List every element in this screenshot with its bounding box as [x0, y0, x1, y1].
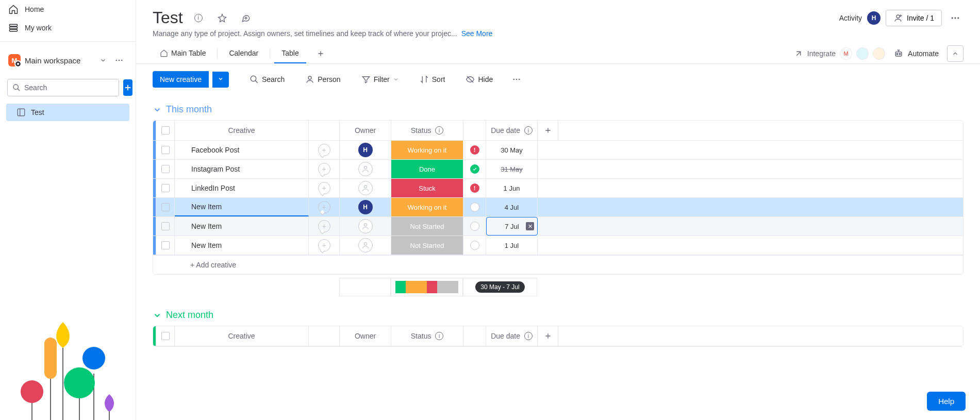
table-row[interactable]: New Item Not Started 1 Jul [153, 236, 963, 255]
owner-avatar[interactable]: H [358, 200, 373, 214]
status-cell[interactable]: Working on it [391, 141, 463, 159]
updates-button[interactable] [309, 217, 340, 236]
tab-table[interactable]: Table [274, 44, 306, 63]
new-creative-dropdown[interactable] [212, 72, 229, 88]
integration-gmail-icon[interactable]: M [840, 47, 852, 60]
due-date-cell[interactable]: 31 May [486, 160, 538, 178]
status-cell[interactable]: Working on it [391, 198, 463, 216]
add-item-row[interactable]: + Add creative [153, 255, 963, 274]
item-name[interactable]: LinkedIn Post [175, 179, 309, 197]
add-view-button[interactable] [312, 45, 329, 62]
due-date-cell[interactable]: 30 May [486, 141, 538, 159]
info-icon[interactable]: i [435, 126, 443, 135]
board-title[interactable]: Test [153, 8, 183, 27]
column-due-date[interactable]: Due date i [486, 326, 538, 346]
table-row[interactable]: New Item H Working on it 4 Jul [153, 198, 963, 217]
owner-empty[interactable] [358, 162, 373, 176]
person-tool[interactable]: Person [300, 72, 345, 87]
item-name[interactable]: New Item [175, 198, 309, 216]
item-name[interactable]: Facebook Post [175, 141, 309, 159]
group-header[interactable]: Next month [153, 305, 964, 326]
toolbar-menu-button[interactable] [508, 71, 525, 88]
integration-app-icon[interactable] [873, 47, 885, 60]
status-cell[interactable]: Not Started [391, 236, 463, 255]
due-date-cell[interactable]: 1 Jun [486, 179, 538, 197]
updates-button[interactable] [309, 160, 340, 178]
due-date-cell[interactable]: 4 Jul [486, 198, 538, 216]
column-status[interactable]: Status i [391, 326, 463, 346]
updates-button[interactable] [309, 179, 340, 197]
updates-button[interactable] [309, 141, 340, 159]
owner-cell[interactable] [340, 236, 391, 255]
filter-tool[interactable]: Filter [356, 72, 404, 87]
status-cell[interactable]: Stuck [391, 179, 463, 197]
item-name[interactable]: Instagram Post [175, 160, 309, 178]
table-row[interactable]: ⋯ New Item Not Started 7 Jul✕ [153, 217, 963, 236]
column-status[interactable]: Status i [391, 121, 463, 140]
nav-my-work[interactable]: My work [0, 19, 136, 37]
row-checkbox[interactable] [156, 160, 175, 178]
sidebar-add-button[interactable] [123, 79, 132, 96]
workspace-header[interactable]: M Main workspace [0, 46, 136, 75]
status-cell[interactable]: Not Started [391, 217, 463, 236]
column-due-date[interactable]: Due date i [486, 121, 538, 140]
info-icon[interactable]: i [524, 126, 533, 135]
row-menu-button[interactable]: ⋯ [153, 220, 155, 232]
help-button[interactable]: Help [927, 392, 966, 411]
new-creative-button[interactable]: New creative [153, 71, 209, 88]
row-checkbox[interactable] [156, 198, 175, 216]
status-cell[interactable]: Done [391, 160, 463, 178]
automate-button[interactable]: Automate [893, 48, 939, 59]
item-name[interactable]: New Item [175, 236, 309, 255]
workspace-menu-button[interactable] [111, 52, 127, 69]
updates-button[interactable] [309, 236, 340, 255]
chevron-down-icon[interactable] [99, 57, 107, 64]
clear-date-button[interactable]: ✕ [526, 222, 534, 230]
column-owner[interactable]: Owner [340, 121, 391, 140]
owner-empty[interactable] [358, 238, 373, 253]
due-date-cell[interactable]: 7 Jul✕ [486, 217, 538, 236]
integration-app-icon[interactable] [856, 47, 869, 60]
discussion-button[interactable] [238, 10, 254, 26]
owner-empty[interactable] [358, 181, 373, 195]
info-button[interactable]: i [190, 10, 207, 26]
info-icon[interactable]: i [435, 332, 443, 340]
sidebar-search-input[interactable] [7, 79, 119, 96]
row-checkbox[interactable]: ⋯ [156, 217, 175, 236]
invite-button[interactable]: Invite / 1 [886, 10, 942, 26]
sort-tool[interactable]: Sort [414, 72, 451, 87]
updates-button[interactable] [309, 198, 340, 216]
header-checkbox[interactable] [156, 326, 175, 346]
activity-label[interactable]: Activity [839, 14, 862, 22]
owner-cell[interactable] [340, 179, 391, 197]
add-column-button[interactable] [538, 121, 558, 140]
row-checkbox[interactable] [156, 141, 175, 159]
header-checkbox[interactable] [156, 121, 175, 140]
owner-cell[interactable] [340, 160, 391, 178]
owner-empty[interactable] [358, 219, 373, 233]
add-column-button[interactable] [538, 326, 558, 346]
row-checkbox[interactable] [156, 179, 175, 197]
owner-avatar[interactable]: H [358, 143, 373, 157]
table-row[interactable]: Instagram Post Done 31 May [153, 160, 963, 179]
hide-tool[interactable]: Hide [460, 72, 498, 87]
activity-avatar[interactable]: H [867, 11, 881, 25]
tab-main-table[interactable]: Main Table [153, 44, 213, 63]
sidebar-board-item[interactable]: Test [6, 104, 129, 121]
search-tool[interactable]: Search [244, 72, 290, 87]
board-menu-button[interactable] [947, 10, 964, 26]
column-creative[interactable]: Creative [175, 121, 309, 140]
favorite-button[interactable] [214, 10, 230, 26]
owner-cell[interactable]: H [340, 141, 391, 159]
tab-calendar[interactable]: Calendar [222, 44, 265, 63]
row-checkbox[interactable] [156, 236, 175, 255]
column-creative[interactable]: Creative [175, 326, 309, 346]
group-header[interactable]: This month [153, 99, 964, 120]
table-row[interactable]: LinkedIn Post Stuck ! 1 Jun [153, 179, 963, 198]
integrate-group[interactable]: Integrate M [794, 47, 885, 60]
table-row[interactable]: Facebook Post H Working on it ! 30 May [153, 141, 963, 160]
item-name[interactable]: New Item [175, 217, 309, 236]
info-icon[interactable]: i [524, 332, 533, 340]
see-more-link[interactable]: See More [461, 29, 493, 38]
nav-home[interactable]: Home [0, 0, 136, 19]
